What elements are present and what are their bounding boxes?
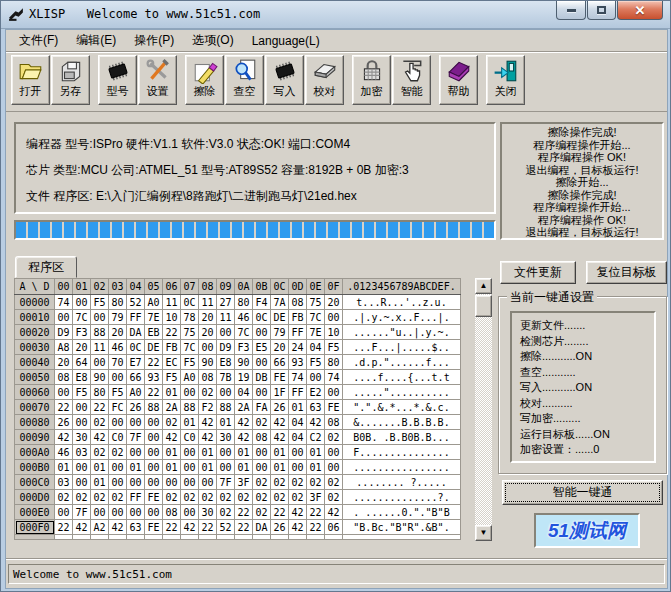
hex-cell[interactable]: 24 [289,340,307,355]
ascii-cell[interactable]: .....".......... [343,385,461,400]
hex-cell[interactable]: 00 [253,460,271,475]
hex-cell[interactable]: 00 [181,475,199,490]
hex-cell[interactable]: 80 [325,355,343,370]
hex-cell[interactable]: 01 [235,445,253,460]
hex-cell[interactable]: 93 [289,355,307,370]
hex-cell[interactable]: 00 [217,460,235,475]
hex-cell[interactable]: 46 [235,310,253,325]
hex-cell[interactable]: E8 [217,355,235,370]
hex-cell[interactable]: 00 [325,310,343,325]
hex-cell[interactable]: 7C [235,325,253,340]
hex-cell[interactable]: 70 [109,355,127,370]
hex-cell[interactable]: 00 [325,445,343,460]
hex-cell[interactable]: 75 [307,295,325,310]
hex-cell[interactable]: 30 [73,430,91,445]
hex-cell[interactable]: 02 [199,385,217,400]
hex-cell[interactable]: 42 [325,505,343,520]
menu-item-edit[interactable]: 编辑(E) [67,29,125,52]
hex-cell[interactable]: FE [325,400,343,415]
hex-cell[interactable]: 00 [145,460,163,475]
hex-cell[interactable]: 01 [307,445,325,460]
menu-item-operate[interactable]: 操作(P) [125,29,183,52]
hex-cell[interactable]: 00 [91,310,109,325]
hex-cell[interactable]: DA [253,520,271,535]
hex-cell[interactable]: 7E [307,325,325,340]
hex-cell[interactable]: 26 [271,400,289,415]
hex-cell[interactable]: 22 [199,520,217,535]
hex-cell[interactable]: 42 [289,520,307,535]
hex-cell[interactable]: 08 [163,505,181,520]
hex-cell[interactable]: 04 [289,430,307,445]
hex-cell[interactable]: 42 [109,520,127,535]
hex-cell[interactable]: 01 [289,400,307,415]
hex-cell[interactable]: F3 [235,340,253,355]
hex-cell[interactable]: 66 [271,355,289,370]
hex-cell[interactable]: 64 [73,355,91,370]
hex-cell[interactable]: 00 [217,445,235,460]
hex-cell[interactable]: FE [271,370,289,385]
hex-cell[interactable]: 22 [163,325,181,340]
hex-cell[interactable]: 02 [181,490,199,505]
address-cell[interactable]: 00000 [15,295,55,310]
hex-cell[interactable]: 02 [163,415,181,430]
ascii-cell[interactable]: ......"u..|.y.~. [343,325,461,340]
hex-cell[interactable]: 7B [217,370,235,385]
hex-cell[interactable]: 00 [127,475,145,490]
hex-cell[interactable]: 02 [73,490,91,505]
hex-cell[interactable]: 42 [235,415,253,430]
hex-cell[interactable]: 00 [181,505,199,520]
hex-cell[interactable]: 00 [109,460,127,475]
hex-cell[interactable]: A0 [181,370,199,385]
toolbar-button-write[interactable]: 写入 [265,55,304,105]
hex-cell[interactable]: 7A [271,295,289,310]
ascii-cell[interactable]: .|.y.~.x..F...|. [343,310,461,325]
hex-cell[interactable]: 00 [217,385,235,400]
hex-cell[interactable]: 01 [307,460,325,475]
hex-cell[interactable]: 00 [55,385,73,400]
hex-cell[interactable]: 46 [109,340,127,355]
hex-cell[interactable]: 20 [73,340,91,355]
hex-cell[interactable]: 80 [91,385,109,400]
hex-cell[interactable]: 22 [235,520,253,535]
hex-cell[interactable]: 0C [253,310,271,325]
hex-cell[interactable]: 01 [271,445,289,460]
hex-cell[interactable]: 02 [325,490,343,505]
hex-cell[interactable]: 00 [253,325,271,340]
hex-cell[interactable]: 42 [55,430,73,445]
hex-cell[interactable]: 00 [109,415,127,430]
hex-cell[interactable]: F5 [163,370,181,385]
hex-cell[interactable]: 03 [73,445,91,460]
hex-cell[interactable]: 42 [181,520,199,535]
ascii-cell[interactable]: "B.Bc."B"R".&B". [343,520,461,535]
address-cell[interactable]: 000C0 [15,475,55,490]
hex-cell[interactable]: 04 [307,340,325,355]
menu-item-language[interactable]: Language(L) [243,31,329,51]
hex-cell[interactable]: 00 [109,475,127,490]
hex-cell[interactable]: 00 [145,415,163,430]
ascii-cell[interactable]: .d.p."......f... [343,355,461,370]
hex-cell[interactable]: 20 [55,355,73,370]
hex-cell[interactable]: 01 [55,460,73,475]
hex-cell[interactable]: 02 [91,490,109,505]
hex-cell[interactable]: 22 [235,505,253,520]
hex-cell[interactable]: F5 [181,355,199,370]
hex-cell[interactable]: 08 [325,415,343,430]
hex-cell[interactable]: 04 [289,415,307,430]
hex-cell[interactable]: 01 [271,460,289,475]
ascii-cell[interactable]: t...R...'..z.u. [343,295,461,310]
hex-cell[interactable]: 02 [55,490,73,505]
hex-cell[interactable]: 00 [163,475,181,490]
hex-cell[interactable]: 22 [55,520,73,535]
hex-cell[interactable]: 42 [163,430,181,445]
hex-cell[interactable]: 02 [163,490,181,505]
hex-cell[interactable]: 00 [73,295,91,310]
toolbar-button-help[interactable]: 帮助 [439,55,478,105]
hex-cell[interactable]: 10 [163,310,181,325]
hex-cell[interactable]: 02 [253,490,271,505]
address-cell[interactable]: 000B0 [15,460,55,475]
ascii-cell[interactable]: ...F...|.....$.. [343,340,461,355]
hex-cell[interactable]: DE [145,340,163,355]
toolbar-button-smart[interactable]: 智能 [392,55,431,105]
smart-one-key-button[interactable]: 智能一键通 [502,480,663,505]
hex-cell[interactable]: 08 [289,295,307,310]
